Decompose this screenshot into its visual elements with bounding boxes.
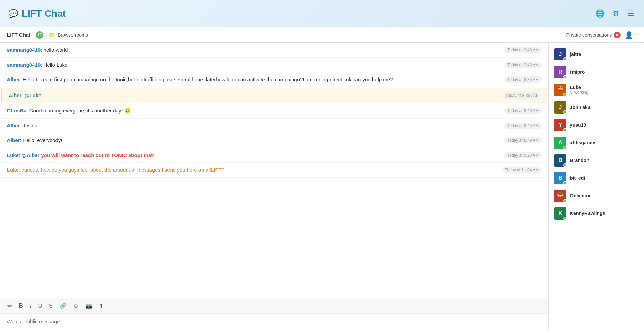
add-user-button[interactable]: 👤+ xyxy=(625,31,637,39)
list-item[interactable]: R rmipro xyxy=(549,63,644,81)
user-name: rmipro xyxy=(570,69,639,75)
browse-rooms-label: Browse rooms xyxy=(58,32,88,38)
avatar: J xyxy=(554,48,566,60)
avatar: R xyxy=(554,66,566,78)
online-indicator xyxy=(563,163,567,167)
message-content: Alber: Hello, everybody! xyxy=(7,137,499,144)
message-timestamp: Today at 8:46 AM xyxy=(504,108,542,114)
user-info: Onlymine xyxy=(570,193,639,198)
avatar: J xyxy=(554,101,566,114)
online-indicator xyxy=(563,199,566,202)
chat-area: samnang0410: hello world Today at 2:43 A… xyxy=(0,43,549,329)
username[interactable]: Luke xyxy=(7,167,19,173)
sub-header-right: Private conversations 0 👤+ xyxy=(566,31,637,39)
username[interactable]: Alber xyxy=(7,123,20,128)
sub-header-left: LIFT Chat 17 📁 Browse rooms xyxy=(7,31,88,39)
mention: @Alber xyxy=(21,152,39,158)
list-item[interactable]: B bit_edi xyxy=(549,169,644,187)
app-title: LIFT Chat xyxy=(22,8,66,19)
camera-button[interactable]: 📷 xyxy=(83,301,94,310)
list-item[interactable]: J John aka xyxy=(549,99,644,116)
online-indicator xyxy=(563,93,566,96)
table-row: samnang0410: hello world Today at 2:43 A… xyxy=(0,43,548,58)
bold-button[interactable]: B xyxy=(17,301,25,311)
list-item[interactable]: B Brandon xyxy=(549,152,644,169)
message-content: Alber: it is ok..................... xyxy=(7,122,499,130)
message-content: ChrisBa: Good morning everyone, it's ano… xyxy=(7,107,499,115)
link-button[interactable]: 🔗 xyxy=(58,301,68,310)
username[interactable]: ChrisBa xyxy=(7,108,27,114)
underline-button[interactable]: U xyxy=(36,301,44,310)
message-timestamp: Today at 9:23 AM xyxy=(504,152,542,158)
avatar: Y xyxy=(554,119,566,131)
list-item[interactable]: A afftisgandis xyxy=(549,134,644,152)
settings-icon-button[interactable]: ⚙ xyxy=(611,8,621,19)
private-conversations-label: Private conversations xyxy=(566,32,612,38)
emoji-button[interactable]: ☺ xyxy=(71,301,81,310)
online-indicator xyxy=(563,181,567,185)
svg-point-1 xyxy=(558,86,563,91)
user-name: Brandon xyxy=(570,158,639,163)
username[interactable]: Alber xyxy=(7,137,20,143)
table-row: Luke: curious, how do you guys feel abou… xyxy=(0,163,548,178)
message-content: Alber: @Luke xyxy=(9,92,497,100)
username[interactable]: Alber xyxy=(9,92,21,98)
main-content: samnang0410: hello world Today at 2:43 A… xyxy=(0,43,644,329)
message-timestamp: Today at 2:43 AM xyxy=(504,47,542,53)
list-item[interactable]: Onlymine xyxy=(549,187,644,205)
pen-button[interactable]: ✏ xyxy=(5,301,14,310)
user-info: bit_edi xyxy=(570,175,639,181)
username[interactable]: samnang0410 xyxy=(7,62,41,68)
strikethrough-button[interactable]: S xyxy=(47,301,55,310)
svg-rect-9 xyxy=(557,191,563,195)
online-indicator xyxy=(563,57,567,61)
upload-button[interactable]: ⬆ xyxy=(97,301,106,310)
globe-icon-button[interactable]: 🌐 xyxy=(594,8,606,19)
message-timestamp: Today at 8:35 AM xyxy=(503,92,540,99)
avatar: B xyxy=(554,172,566,184)
italic-button[interactable]: I xyxy=(28,301,33,310)
room-badge: 17 xyxy=(36,31,43,39)
user-name: KennyRawlings xyxy=(570,211,639,216)
message-toolbar: ✏ B I U S 🔗 ☺ 📷 ⬆ xyxy=(0,298,548,313)
list-item[interactable]: J jaltra xyxy=(549,46,644,63)
username[interactable]: Luke xyxy=(7,152,19,158)
table-row: Alber: @Luke Today at 8:35 AM xyxy=(1,88,547,103)
app-container: 💬 LIFT Chat 🌐 ⚙ ☰ LIFT Chat 17 📁 Browse … xyxy=(0,0,644,329)
avatar xyxy=(554,190,566,202)
browse-rooms-button[interactable]: 📁 Browse rooms xyxy=(49,32,88,38)
user-info: Brandon xyxy=(570,158,639,163)
menu-icon-button[interactable]: ☰ xyxy=(626,8,636,19)
table-row: Luke: @Alber you will want to reach out … xyxy=(0,148,548,163)
user-name: Luke xyxy=(570,85,639,90)
username[interactable]: Alber xyxy=(7,76,20,82)
online-indicator xyxy=(563,217,567,220)
message-content: Luke: curious, how do you guys feel abou… xyxy=(7,166,497,174)
online-indicator xyxy=(563,128,567,132)
user-info: Luke ↳ working! xyxy=(570,85,639,95)
message-input[interactable] xyxy=(7,318,542,324)
message-timestamp: Today at 11:04 AM xyxy=(502,167,542,173)
message-content: Luke: @Alber you will want to reach out … xyxy=(7,152,499,159)
header-right: 🌐 ⚙ ☰ xyxy=(594,8,636,19)
message-timestamp: Today at 8:33 AM xyxy=(504,76,542,83)
list-item[interactable]: Y yusu10 xyxy=(549,116,644,134)
list-item[interactable]: Luke ↳ working! xyxy=(549,81,644,99)
user-info: afftisgandis xyxy=(570,140,639,145)
table-row: ChrisBa: Good morning everyone, it's ano… xyxy=(0,104,548,119)
room-title: LIFT Chat xyxy=(7,32,30,38)
message-input-area xyxy=(0,313,548,329)
online-indicator xyxy=(563,110,567,114)
user-info: KennyRawlings xyxy=(570,211,639,216)
user-info: yusu10 xyxy=(570,122,639,128)
list-item[interactable]: K KennyRawlings xyxy=(549,205,644,222)
username[interactable]: samnang0410 xyxy=(7,47,41,53)
mention: @Luke xyxy=(25,92,42,98)
user-info: jaltra xyxy=(570,52,639,57)
svg-point-3 xyxy=(561,87,562,88)
user-name: bit_edi xyxy=(570,175,639,181)
message-content: Alber: Hello,I create first pop campaing… xyxy=(7,76,499,84)
messages-list: samnang0410: hello world Today at 2:43 A… xyxy=(0,43,548,298)
avatar xyxy=(554,84,566,96)
message-timestamp: Today at 8:49 AM xyxy=(504,137,542,143)
